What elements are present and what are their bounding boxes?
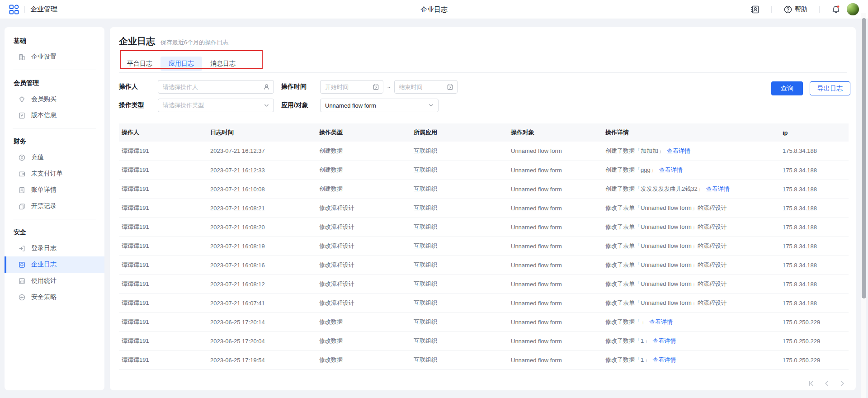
sidebar-item-label: 会员购买: [31, 95, 57, 103]
cell-ip: 175.8.34.188: [780, 180, 849, 199]
help-button[interactable]: 帮助: [783, 5, 807, 14]
cell-ip: 175.0.250.229: [780, 332, 849, 351]
sidebar-item-label: 登录日志: [31, 244, 57, 252]
topbar-right: 帮助: [750, 3, 859, 15]
cell-type: 创建数据: [316, 161, 411, 180]
view-detail-link[interactable]: 查看详情: [667, 147, 690, 154]
cell-type: 修改流程设计: [316, 218, 411, 237]
cell-ip: 175.8.34.188: [780, 256, 849, 275]
cell-target: Unnamed flow form: [508, 161, 603, 180]
prev-page-icon[interactable]: [823, 380, 830, 387]
table-row: 谭谭谭1912023-07-21 16:07:41修改流程设计互联组织Unnam…: [119, 294, 849, 313]
sidebar-item-bill-detail[interactable]: 账单详情: [5, 182, 104, 198]
sidebar-item-label: 开票记录: [31, 202, 57, 210]
sidebar-item-building[interactable]: 企业设置: [5, 49, 104, 65]
sidebar-item-gem[interactable]: 会员购买: [5, 91, 104, 107]
query-button[interactable]: 查询: [771, 81, 803, 95]
operator-input[interactable]: [158, 81, 274, 93]
app-grid-icon[interactable]: [9, 5, 19, 14]
filter-row-1: 操作人 操作时间: [119, 80, 847, 94]
sidebar-divider: [13, 128, 96, 128]
version-info-icon: [18, 112, 26, 119]
cell-time: 2023-07-21 16:10:08: [208, 180, 316, 199]
cell-target: Unnamed flow form: [508, 313, 603, 332]
export-log-button[interactable]: 导出日志: [810, 81, 850, 95]
scrollbar-thumb[interactable]: [862, 18, 866, 298]
cell-type: 修改数据: [316, 313, 411, 332]
sidebar-item-login-log[interactable]: 登录日志: [5, 240, 104, 256]
type-select-value: 请选择操作类型: [158, 101, 204, 109]
recharge-icon: [18, 154, 26, 161]
detail-text: 修改了数据「1」: [605, 356, 650, 363]
sidebar-item-security-policy[interactable]: 安全策略: [5, 289, 104, 305]
column-header: 操作对象: [508, 123, 603, 142]
sidebar-item-recharge[interactable]: 充值: [5, 149, 104, 166]
cell-time: 2023-07-21 16:08:12: [208, 275, 316, 294]
sidebar-item-invoice-record[interactable]: 开票记录: [5, 198, 104, 214]
table-row: 谭谭谭1912023-07-21 16:08:21修改流程设计互联组织Unnam…: [119, 199, 849, 218]
view-detail-link[interactable]: 查看详情: [649, 318, 673, 325]
notification-bell-icon[interactable]: [831, 5, 840, 14]
login-log-icon: [18, 245, 26, 252]
sidebar-item-label: 安全策略: [31, 293, 57, 301]
main-subtitle: 保存最近6个月的操作日志: [160, 38, 228, 47]
cell-ip: 175.8.34.188: [780, 161, 849, 180]
topbar-left: 企业管理: [9, 5, 57, 14]
app-object-select[interactable]: Unnamed flow form: [320, 99, 439, 112]
table-row: 谭谭谭1912023-07-21 16:12:33创建数据互联组织Unnamed…: [119, 161, 849, 180]
tab-platform-log[interactable]: 平台日志: [119, 57, 160, 71]
pagination: [119, 380, 847, 387]
table-row: 谭谭谭1912023-07-21 16:08:16修改流程设计互联组织Unnam…: [119, 256, 849, 275]
sidebar-item-enterprise-log[interactable]: 企业日志: [5, 256, 104, 273]
cell-detail: 修改了表单「Unnamed flow form」的流程设计: [603, 256, 780, 275]
cell-app: 互联组织: [411, 275, 508, 294]
user-avatar[interactable]: [847, 3, 859, 15]
sidebar-item-version-info[interactable]: 版本信息: [5, 107, 104, 123]
cell-operator: 谭谭谭191: [119, 313, 208, 332]
end-time-input[interactable]: [395, 81, 457, 93]
sidebar-item-wallet[interactable]: 未支付订单: [5, 166, 104, 182]
sidebar-item-label: 企业日志: [31, 261, 57, 269]
cell-detail: 修改了表单「Unnamed flow form」的流程设计: [603, 294, 780, 313]
cell-operator: 谭谭谭191: [119, 294, 208, 313]
column-header: 日志时间: [208, 123, 316, 142]
cell-type: 修改流程设计: [316, 199, 411, 218]
detail-text: 创建了数据「发发发发发曲儿2钱32」: [605, 185, 703, 192]
sidebar-section-title: 安全: [5, 224, 104, 240]
first-page-icon[interactable]: [807, 380, 814, 387]
next-page-icon[interactable]: [839, 380, 846, 387]
table-row: 谭谭谭1912023-07-21 16:08:19修改流程设计互联组织Unnam…: [119, 237, 849, 256]
wallet-icon: [18, 170, 26, 178]
start-time-input[interactable]: [321, 81, 383, 93]
cell-operator: 谭谭谭191: [119, 199, 208, 218]
view-detail-link[interactable]: 查看详情: [706, 185, 730, 192]
detail-text: 修改了表单「Unnamed flow form」的流程设计: [605, 204, 727, 211]
cell-app: 互联组织: [411, 256, 508, 275]
log-table: 操作人日志时间操作类型所属应用操作对象操作详情ip 谭谭谭1912023-07-…: [119, 123, 849, 370]
sidebar-item-label: 充值: [31, 153, 44, 161]
cell-time: 2023-06-25 17:20:04: [208, 332, 316, 351]
cell-time: 2023-07-21 16:08:16: [208, 256, 316, 275]
cell-operator: 谭谭谭191: [119, 237, 208, 256]
cell-type: 修改流程设计: [316, 237, 411, 256]
notification-dot: [837, 5, 840, 8]
cell-app: 互联组织: [411, 218, 508, 237]
type-select[interactable]: 请选择操作类型: [158, 99, 274, 112]
cell-time: 2023-06-25 17:20:14: [208, 313, 316, 332]
main-panel: 企业日志 保存最近6个月的操作日志 平台日志应用日志消息日志 操作人 操作时间: [110, 27, 856, 390]
tab-message-log[interactable]: 消息日志: [202, 57, 244, 71]
view-detail-link[interactable]: 查看详情: [652, 356, 676, 363]
cell-detail: 创建了数据「加加加」查看详情: [603, 142, 780, 161]
cell-operator: 谭谭谭191: [119, 332, 208, 351]
sidebar-item-usage-stats[interactable]: 使用统计: [5, 273, 104, 289]
contacts-icon[interactable]: [750, 5, 760, 14]
app-title: 企业管理: [30, 5, 57, 14]
view-detail-link[interactable]: 查看详情: [659, 166, 683, 173]
tab-app-log[interactable]: 应用日志: [160, 57, 202, 71]
cell-operator: 谭谭谭191: [119, 256, 208, 275]
cell-target: Unnamed flow form: [508, 199, 603, 218]
sidebar-item-label: 账单详情: [31, 186, 57, 194]
view-detail-link[interactable]: 查看详情: [652, 337, 676, 344]
cell-target: Unnamed flow form: [508, 332, 603, 351]
sidebar-section-title: 财务: [5, 133, 104, 149]
